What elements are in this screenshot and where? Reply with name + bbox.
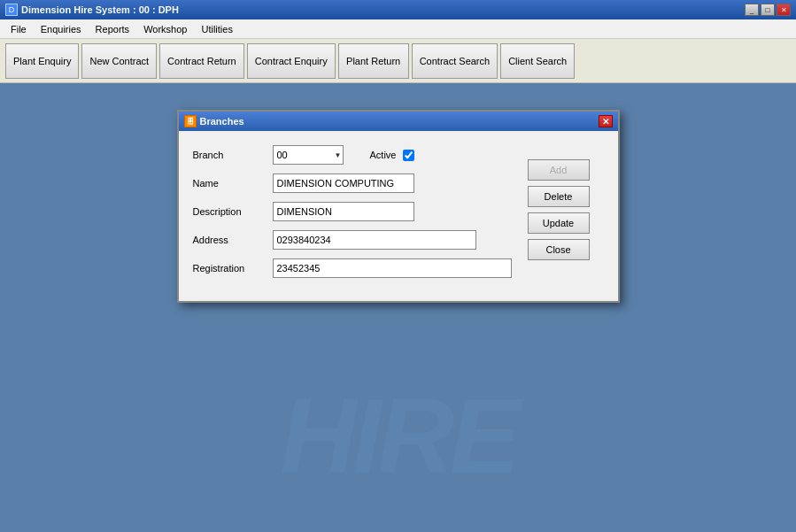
dialog-close-icon[interactable]: ✕: [599, 115, 613, 127]
main-content: HIRE 🗄 Branches ✕ Add Delete Update Clos…: [0, 83, 796, 532]
address-input[interactable]: [273, 230, 476, 250]
menu-enquiries[interactable]: Enquiries: [34, 22, 89, 36]
close-dialog-button[interactable]: Close: [528, 239, 590, 260]
menu-utilities[interactable]: Utilities: [194, 22, 239, 36]
menu-bar: File Enquiries Reports Workshop Utilitie…: [0, 19, 796, 39]
contract-search-button[interactable]: Contract Search: [412, 43, 498, 79]
address-label: Address: [193, 235, 273, 245]
name-label: Name: [193, 178, 273, 189]
active-label: Active: [370, 150, 397, 160]
contract-return-button[interactable]: Contract Return: [159, 43, 244, 79]
update-button[interactable]: Update: [528, 212, 590, 234]
add-button[interactable]: Add: [528, 159, 590, 181]
plant-enquiry-button[interactable]: Plant Enquiry: [5, 43, 79, 79]
close-button[interactable]: ✕: [777, 4, 791, 16]
registration-label: Registration: [193, 263, 273, 274]
branch-select[interactable]: 00: [273, 145, 344, 165]
description-input[interactable]: [273, 202, 414, 221]
minimize-button[interactable]: _: [745, 4, 759, 16]
active-row: Active: [370, 150, 415, 161]
app-icon: D: [5, 4, 18, 16]
dialog-body: Add Delete Update Close Branch 00 ▼: [179, 131, 618, 301]
toolbar: Plant Enquiry New Contract Contract Retu…: [0, 39, 796, 83]
description-label: Description: [193, 206, 273, 217]
contract-enquiry-button[interactable]: Contract Enquiry: [247, 43, 336, 79]
active-checkbox[interactable]: [403, 150, 414, 161]
dialog-icon: 🗄: [184, 115, 197, 127]
menu-file[interactable]: File: [4, 22, 34, 36]
new-contract-button[interactable]: New Contract: [81, 43, 157, 79]
maximize-button[interactable]: □: [761, 4, 775, 16]
branch-select-wrapper: 00 ▼: [273, 145, 344, 165]
dialog-title-bar: 🗄 Branches ✕: [179, 112, 618, 131]
app-title: Dimension Hire System : 00 : DPH: [21, 4, 179, 15]
dialog-body-inner: Add Delete Update Close Branch 00 ▼: [193, 145, 604, 278]
action-buttons: Add Delete Update Close: [528, 159, 590, 260]
name-input[interactable]: [273, 173, 414, 193]
registration-row: Registration: [193, 258, 604, 278]
registration-input[interactable]: [273, 258, 512, 278]
menu-workshop[interactable]: Workshop: [136, 22, 194, 36]
watermark: HIRE: [280, 374, 516, 497]
menu-reports[interactable]: Reports: [89, 22, 137, 36]
plant-return-button[interactable]: Plant Return: [338, 43, 409, 79]
title-bar: D Dimension Hire System : 00 : DPH _ □ ✕: [0, 0, 796, 19]
dialog-title: Branches: [200, 116, 244, 127]
delete-button[interactable]: Delete: [528, 186, 590, 207]
branches-dialog: 🗄 Branches ✕ Add Delete Update Close Bra…: [177, 110, 620, 303]
client-search-button[interactable]: Client Search: [500, 43, 575, 79]
branch-label: Branch: [193, 150, 273, 160]
